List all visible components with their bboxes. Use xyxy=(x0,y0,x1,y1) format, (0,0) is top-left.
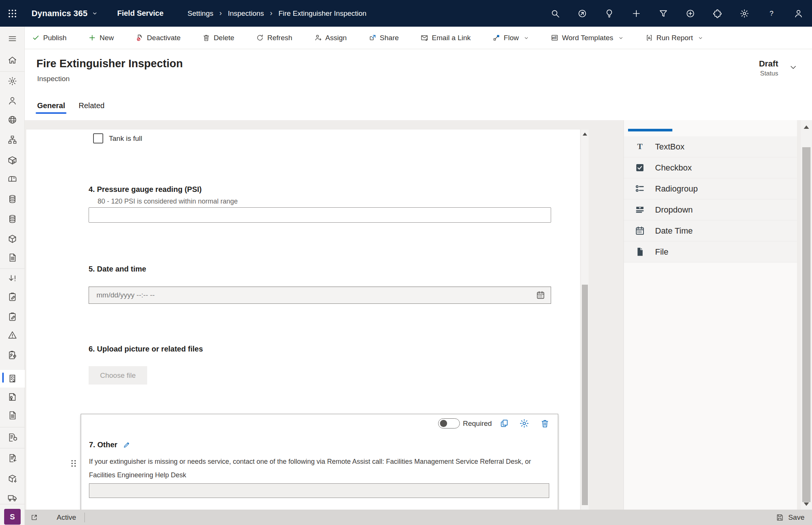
datetime-input[interactable] xyxy=(96,291,536,299)
page-scroll-up-arrow[interactable] xyxy=(804,125,809,129)
toolbox-item-checkbox[interactable]: Checkbox xyxy=(624,157,797,178)
share-icon xyxy=(369,34,377,42)
toolbox-item-file[interactable]: File xyxy=(624,241,797,262)
edit-pencil-icon[interactable] xyxy=(123,441,131,449)
page-scrollbar-thumb[interactable] xyxy=(802,147,810,502)
sidebar-item-menu[interactable] xyxy=(0,34,25,44)
lightbulb-icon[interactable] xyxy=(596,0,623,27)
app-name[interactable]: Field Service xyxy=(117,9,163,18)
copy-question-icon[interactable] xyxy=(500,419,509,428)
question7-card[interactable]: Required 7. Other If your extinguisher i… xyxy=(81,414,558,510)
filter-icon[interactable] xyxy=(650,0,677,27)
tab-related[interactable]: Related xyxy=(78,101,105,115)
sidebar-item-settings[interactable] xyxy=(0,76,25,86)
sidebar-item-warning[interactable] xyxy=(0,330,25,340)
drag-handle-icon[interactable] xyxy=(69,459,78,469)
command-label: Email a Link xyxy=(432,34,471,42)
question-settings-icon[interactable] xyxy=(519,418,529,428)
chevron-down-icon[interactable] xyxy=(618,35,624,41)
statusbar-divider xyxy=(84,513,85,522)
sidebar-item-database[interactable] xyxy=(0,194,25,204)
chevron-down-icon[interactable] xyxy=(698,35,703,41)
account-icon[interactable] xyxy=(785,0,812,27)
tank-is-full-checkbox[interactable] xyxy=(93,133,103,143)
help-icon[interactable]: ? xyxy=(758,0,785,27)
toolbox-item-radiogroup[interactable]: Radiogroup xyxy=(624,178,797,199)
question6-title: 6. Upload picture or related files xyxy=(89,345,203,353)
settings-icon[interactable] xyxy=(731,0,758,27)
toolbox-item-label: Date Time xyxy=(655,226,693,236)
breadcrumb-item[interactable]: Settings xyxy=(188,9,214,18)
assign-button[interactable]: Assign xyxy=(314,34,347,42)
refresh-button[interactable]: Refresh xyxy=(256,34,292,42)
flow-button[interactable]: Flow xyxy=(493,34,529,42)
sidebar-item-home[interactable] xyxy=(0,55,25,65)
tab-general[interactable]: General xyxy=(36,101,66,115)
run-report-button[interactable]: Run Report xyxy=(645,34,703,42)
add-icon[interactable] xyxy=(623,0,650,27)
email-a-link-button[interactable]: Email a Link xyxy=(420,34,471,42)
sidebar-item-form-checklist-active[interactable] xyxy=(0,374,25,383)
command-label: Delete xyxy=(214,34,234,42)
sidebar-item-document-return[interactable] xyxy=(0,453,25,463)
sidebar-item-sitemap[interactable] xyxy=(0,135,25,145)
insights-icon[interactable] xyxy=(569,0,596,27)
deactivate-button[interactable]: Deactivate xyxy=(136,34,181,42)
sidebar-item-download-alert[interactable] xyxy=(0,274,25,284)
canvas-scrollbar[interactable] xyxy=(581,130,589,510)
sidebar-item-box-list[interactable] xyxy=(0,155,25,165)
file-icon xyxy=(635,247,645,257)
required-toggle[interactable] xyxy=(438,418,460,428)
other-input[interactable] xyxy=(89,483,549,498)
save-button[interactable]: Save xyxy=(776,513,804,522)
sidebar-item-clipboard-wrench[interactable] xyxy=(0,350,25,360)
breadcrumb-separator-icon: › xyxy=(219,9,222,17)
toolbox-item-date-time[interactable]: Date Time xyxy=(624,220,797,241)
sidebar-item-document-cube[interactable] xyxy=(0,433,25,442)
new-button[interactable]: New xyxy=(88,34,114,42)
sidebar-item-document[interactable] xyxy=(0,253,25,262)
sidebar-item-box-return[interactable] xyxy=(0,474,25,484)
canvas-scroll-up-arrow[interactable] xyxy=(583,133,587,136)
svg-text:T: T xyxy=(637,142,642,151)
publish-button[interactable]: Publish xyxy=(32,34,66,42)
expand-icon[interactable] xyxy=(30,514,38,521)
puzzle-icon[interactable] xyxy=(704,0,731,27)
save-icon xyxy=(776,513,784,522)
sidebar-item-clipboard-edit[interactable] xyxy=(0,292,25,302)
sidebar-item-mailbox[interactable] xyxy=(0,173,25,183)
breadcrumb-item[interactable]: Inspections xyxy=(228,9,264,18)
toolbox-item-textbox[interactable]: TTextBox xyxy=(624,136,797,157)
app-launcher-icon[interactable] xyxy=(0,0,25,27)
sidebar-item-truck[interactable] xyxy=(0,493,25,502)
toolbox-item-label: Checkbox xyxy=(655,163,692,173)
share-button[interactable]: Share xyxy=(369,34,399,42)
delete-question-icon[interactable] xyxy=(540,419,550,428)
search-icon[interactable] xyxy=(542,0,569,27)
canvas-scrollbar-thumb[interactable] xyxy=(582,285,588,505)
sidebar-item-document[interactable] xyxy=(0,410,25,420)
pressure-input[interactable] xyxy=(89,207,551,223)
environment-badge[interactable]: S xyxy=(4,509,21,525)
choose-file-button[interactable]: Choose file xyxy=(89,366,147,385)
chevron-down-icon[interactable] xyxy=(524,35,529,41)
dropdown-icon xyxy=(635,205,645,215)
add-circle-icon[interactable] xyxy=(677,0,704,27)
page-scroll-down-arrow[interactable] xyxy=(804,502,809,506)
calendar-icon[interactable] xyxy=(536,290,545,300)
sidebar-item-person[interactable] xyxy=(0,96,25,106)
sidebar-item-certificate[interactable] xyxy=(0,392,25,402)
left-navigation-sidebar: S xyxy=(0,27,25,525)
toolbox-item-dropdown[interactable]: Dropdown xyxy=(624,199,797,220)
brand-menu[interactable]: Dynamics 365 xyxy=(32,9,98,18)
sidebar-item-globe[interactable] xyxy=(0,115,25,125)
breadcrumb-item[interactable]: Fire Extinguisher Inspection xyxy=(279,9,366,18)
sidebar-item-clipboard-edit[interactable] xyxy=(0,312,25,321)
command-label: Assign xyxy=(325,34,347,42)
delete-button[interactable]: Delete xyxy=(202,34,234,42)
sidebar-item-database[interactable] xyxy=(0,214,25,224)
word-templates-button[interactable]: WWord Templates xyxy=(551,34,624,42)
page-scrollbar[interactable] xyxy=(801,120,812,510)
header-expand-chevron-icon[interactable] xyxy=(789,63,798,77)
sidebar-item-cube[interactable] xyxy=(0,234,25,244)
